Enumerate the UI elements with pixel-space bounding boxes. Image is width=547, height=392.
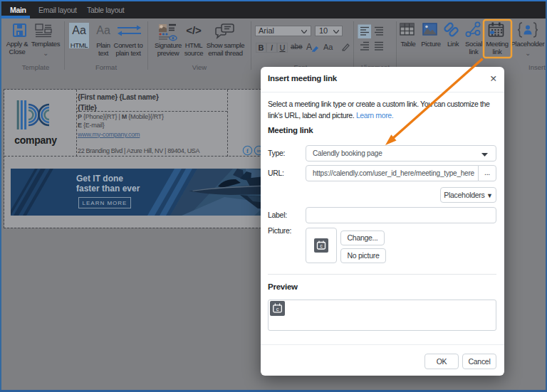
svg-text:c: c	[320, 243, 323, 248]
svg-text:f: f	[246, 147, 249, 154]
svg-text:c: c	[276, 306, 279, 312]
